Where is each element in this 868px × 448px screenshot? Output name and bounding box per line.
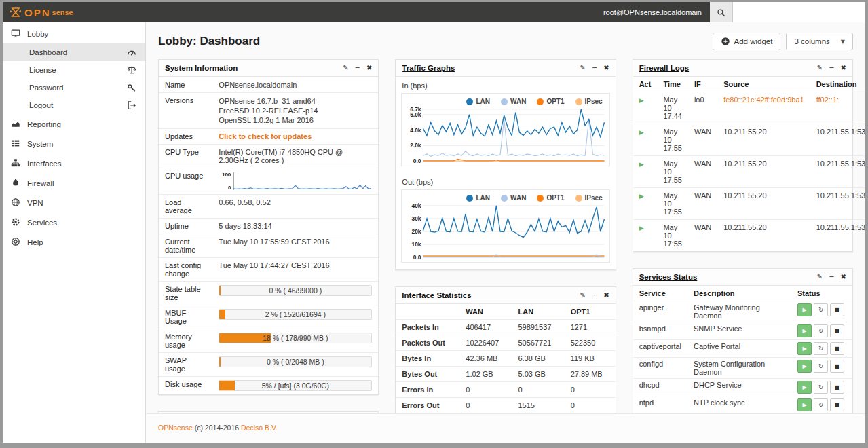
iface-col-header: LAN <box>512 304 564 320</box>
sysinfo-row-label: SWAP usage <box>159 353 212 377</box>
brand-primary: OPN <box>24 7 51 18</box>
log-source: 10.211.55.20 <box>723 160 766 168</box>
widget-title[interactable]: Traffic Graphs <box>402 64 455 72</box>
edit-widget-icon[interactable]: ✎ <box>343 64 348 71</box>
service-restart-button[interactable]: ↻ <box>814 342 828 355</box>
sidebar-item-password[interactable]: Password <box>3 79 145 96</box>
sysinfo-row-value: 2 % ( 1520/61694 ) <box>212 305 378 329</box>
close-widget-icon[interactable]: ✖ <box>603 64 609 71</box>
legend-item-lan[interactable]: LAN <box>466 98 490 105</box>
sysinfo-row-label: Uptime <box>159 219 212 234</box>
search-icon[interactable] <box>710 2 733 22</box>
service-running-icon[interactable]: ▶ <box>797 324 812 337</box>
sidebar-item-logout[interactable]: Logout <box>3 96 145 114</box>
pass-action-icon[interactable]: ▶ <box>639 161 644 168</box>
sidebar-item-interfaces[interactable]: Interfaces <box>3 153 145 173</box>
opnsense-logo[interactable]: OPN sense <box>3 7 145 18</box>
close-widget-icon[interactable]: ✖ <box>841 274 846 280</box>
pass-action-icon[interactable]: ▶ <box>639 97 644 104</box>
log-act-cell: ▶ <box>633 124 658 156</box>
service-restart-button[interactable]: ↻ <box>814 398 828 411</box>
service-running-icon[interactable]: ▶ <box>797 381 812 394</box>
service-stop-button[interactable]: ■ <box>830 342 844 355</box>
widget-title[interactable]: Interface Statistics <box>402 291 471 299</box>
sidebar-item-reporting[interactable]: Reporting <box>3 114 145 134</box>
sidebar-item-lobby[interactable]: Lobby <box>3 24 145 43</box>
widget-title[interactable]: Firewall Logs <box>639 64 690 72</box>
table-row: MBUF Usage2 % ( 1520/61694 ) <box>159 305 378 329</box>
legend-item-ipsec[interactable]: IPsec <box>575 194 603 202</box>
legend-item-ipsec[interactable]: IPsec <box>575 98 603 105</box>
columns-select[interactable]: 3 columns ▼ <box>786 33 853 50</box>
service-stop-button[interactable]: ■ <box>830 324 844 337</box>
edit-widget-icon[interactable]: ✎ <box>817 274 823 280</box>
service-running-icon[interactable]: ▶ <box>797 398 812 411</box>
service-stop-button[interactable]: ■ <box>830 360 844 373</box>
service-running-icon[interactable]: ▶ <box>797 360 812 373</box>
footer-copyright: (c) 2014-2016 <box>195 424 239 432</box>
minimize-widget-icon[interactable]: − <box>592 292 597 299</box>
service-running-icon[interactable]: ▶ <box>797 342 812 355</box>
close-widget-icon[interactable]: ✖ <box>603 292 609 299</box>
service-stop-button[interactable]: ■ <box>830 303 844 316</box>
log-destination: 10.211.55.1:53 <box>816 160 865 168</box>
service-restart-button[interactable]: ↻ <box>814 324 828 337</box>
table-row: Disk usage5% / [ufs] (3.0G/60G) <box>159 377 378 395</box>
service-stop-button[interactable]: ■ <box>830 398 844 411</box>
sidebar-item-firewall[interactable]: Firewall <box>3 173 145 193</box>
legend-item-opt1[interactable]: OPT1 <box>537 194 564 202</box>
table-row: NameOPNsense.localdomain <box>159 77 378 93</box>
close-widget-icon[interactable]: ✖ <box>841 64 846 71</box>
legend-item-opt1[interactable]: OPT1 <box>537 98 564 105</box>
check-updates-link[interactable]: Click to check for updates <box>219 132 312 141</box>
sidebar: LobbyDashboardLicensePasswordLogoutRepor… <box>3 22 145 443</box>
minimize-widget-icon[interactable]: − <box>592 64 597 71</box>
service-restart-button[interactable]: ↻ <box>814 303 828 316</box>
minimize-widget-icon[interactable]: − <box>829 64 834 71</box>
close-widget-icon[interactable]: ✖ <box>366 64 372 71</box>
log-destination[interactable]: ff02::1: <box>816 96 839 104</box>
table-row: ▶May 10 17:55WAN10.211.55.2010.211.55.1:… <box>633 124 865 156</box>
sidebar-item-license[interactable]: License <box>3 61 145 79</box>
sidebar-item-vpn[interactable]: VPN <box>3 193 145 212</box>
service-restart-button[interactable]: ↻ <box>814 360 828 373</box>
minimize-widget-icon[interactable]: − <box>829 274 834 280</box>
system-information-widget: System Information✎−✖ NameOPNsense.local… <box>158 59 379 395</box>
sidebar-item-system[interactable]: System <box>3 134 145 153</box>
edit-widget-icon[interactable]: ✎ <box>817 64 823 71</box>
footer-brand-link[interactable]: OPNsense <box>158 424 193 432</box>
pass-action-icon[interactable]: ▶ <box>639 193 644 200</box>
sysinfo-row-label: Current date/time <box>159 234 212 258</box>
edit-widget-icon[interactable]: ✎ <box>580 292 585 299</box>
widget-title[interactable]: Services Status <box>639 273 698 281</box>
table-row: VersionsOPNsense 16.7.b_31-amd64FreeBSD … <box>159 93 378 129</box>
legend-item-wan[interactable]: WAN <box>501 98 526 105</box>
pass-action-icon[interactable]: ▶ <box>639 225 644 231</box>
add-widget-button[interactable]: Add widget <box>713 33 781 50</box>
log-time-cell: May 10 17:55 <box>657 188 688 220</box>
scale-icon <box>127 65 137 75</box>
column-middle: Traffic Graphs✎−✖ In (bps) LANWANOPT1IPs… <box>395 59 616 413</box>
log-col-header: Destination <box>810 77 865 92</box>
legend-item-lan[interactable]: LAN <box>466 194 490 202</box>
sidebar-item-help[interactable]: Help <box>3 232 145 252</box>
service-running-icon[interactable]: ▶ <box>797 303 812 316</box>
table-row: State table size0 % ( 46/99000 ) <box>159 282 378 305</box>
service-status-cell: ▶↻■ <box>791 396 852 414</box>
minimize-widget-icon[interactable]: − <box>355 64 360 71</box>
pass-action-icon[interactable]: ▶ <box>639 129 644 136</box>
legend-item-wan[interactable]: WAN <box>501 194 526 202</box>
service-restart-button[interactable]: ↻ <box>814 381 828 394</box>
service-stop-button[interactable]: ■ <box>830 381 844 394</box>
sidebar-item-dashboard[interactable]: Dashboard <box>3 43 145 61</box>
search-input[interactable] <box>733 2 865 22</box>
iface-value-cell: 0 <box>565 382 616 398</box>
iface-value-cell: 1271 <box>565 320 616 335</box>
footer-company-link[interactable]: Deciso B.V. <box>241 424 278 432</box>
log-source[interactable]: fe80::21c:42ff:fe0d:9ba1 <box>723 96 804 104</box>
sidebar-item-services[interactable]: Services <box>3 212 145 232</box>
services-col-header: Service <box>633 286 687 301</box>
plus-circle-icon <box>721 37 730 46</box>
widget-tools: ✎−✖ <box>580 292 609 299</box>
edit-widget-icon[interactable]: ✎ <box>580 64 585 71</box>
